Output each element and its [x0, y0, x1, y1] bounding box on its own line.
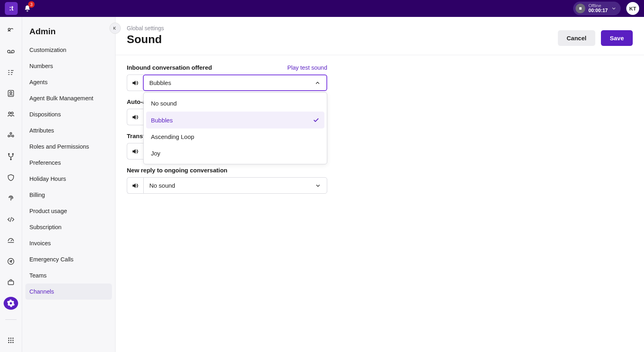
sidebar-item-invoices[interactable]: Invoices: [22, 235, 115, 251]
rail-icon-routing[interactable]: [4, 150, 18, 163]
sidebar-item-holiday[interactable]: Holiday Hours: [22, 171, 115, 187]
chevron-down-icon: [611, 6, 617, 11]
rail-icon-teams[interactable]: [4, 129, 18, 142]
collapse-sidebar-button[interactable]: [109, 23, 121, 34]
svg-point-17: [10, 338, 12, 339]
sidebar-item-agents[interactable]: Agents: [22, 74, 115, 90]
sidebar-item-product-usage[interactable]: Product usage: [22, 203, 115, 219]
rail-icon-users[interactable]: [4, 108, 18, 121]
sidebar-item-teams[interactable]: Teams: [22, 267, 115, 284]
breadcrumb: Global settings: [127, 25, 164, 31]
new-reply-sound-select[interactable]: No sound: [143, 177, 327, 194]
speaker-icon: [131, 113, 139, 121]
main-header: Global settings Sound Cancel Save: [116, 17, 644, 55]
svg-point-20: [10, 340, 12, 341]
svg-point-2: [8, 50, 10, 53]
option-label: Bubbles: [151, 117, 173, 124]
sidebar-item-agent-bulk[interactable]: Agent Bulk Management: [22, 90, 115, 106]
setting-new-reply: New reply to ongoing conversation No sou…: [127, 167, 327, 194]
rail-icon-settings[interactable]: [4, 297, 18, 310]
page-title: Sound: [127, 33, 164, 46]
rail-icon-shield[interactable]: [4, 171, 18, 184]
svg-point-6: [8, 112, 10, 114]
setting-inbound: Inbound conversation offered Play test s…: [127, 64, 327, 91]
play-test-sound-link[interactable]: Play test sound: [287, 64, 327, 71]
main: Global settings Sound Cancel Save Inboun…: [116, 17, 644, 352]
svg-point-8: [10, 133, 12, 134]
sidebar-item-numbers[interactable]: Numbers: [22, 58, 115, 74]
chevron-left-collapse-icon: [112, 25, 118, 31]
rail-icon-briefcase[interactable]: [4, 276, 18, 289]
chevron-up-icon: [314, 80, 321, 86]
rail-icon-conversations[interactable]: [4, 24, 18, 37]
rail-icon-fingerprint[interactable]: [4, 192, 18, 205]
sidebar-item-attributes[interactable]: Attributes: [22, 122, 115, 139]
svg-point-23: [10, 342, 12, 343]
svg-point-9: [8, 135, 10, 137]
sidebar: Admin Customization Numbers Agents Agent…: [22, 17, 116, 352]
dropdown-option-joy[interactable]: Joy: [146, 145, 324, 162]
sidebar-item-customization[interactable]: Customization: [22, 42, 115, 58]
dropdown-option-ascending-loop[interactable]: Ascending Loop: [146, 128, 324, 145]
svg-point-21: [12, 340, 14, 341]
save-button[interactable]: Save: [601, 30, 633, 46]
status-selector[interactable]: Offline 00:00:17: [573, 2, 621, 15]
sidebar-item-channels[interactable]: Channels: [25, 284, 112, 300]
sound-preview-button[interactable]: [127, 143, 143, 159]
select-value: No sound: [149, 182, 175, 189]
svg-point-18: [12, 338, 14, 339]
sound-preview-button[interactable]: [127, 177, 143, 194]
setting-label: Inbound conversation offered: [127, 64, 212, 71]
notification-badge: 3: [28, 1, 35, 8]
svg-point-10: [12, 135, 14, 137]
dropdown-option-bubbles[interactable]: Bubbles: [146, 112, 324, 128]
svg-point-22: [8, 342, 9, 343]
status-icon: [576, 4, 585, 13]
rail-icon-queue[interactable]: [4, 66, 18, 79]
notifications-button[interactable]: 3: [23, 4, 32, 13]
svg-rect-0: [579, 7, 582, 10]
chevron-down-icon: [315, 182, 321, 189]
header-actions: Cancel Save: [558, 30, 633, 46]
sound-preview-button[interactable]: [127, 75, 143, 91]
sidebar-item-emergency[interactable]: Emergency Calls: [22, 251, 115, 267]
speaker-icon: [131, 79, 139, 87]
icon-rail: [0, 17, 22, 352]
svg-point-5: [10, 92, 12, 94]
rail-divider: [5, 319, 17, 320]
app-logo[interactable]: :t: [5, 2, 18, 15]
rail-icon-compass[interactable]: [4, 255, 18, 268]
setting-label: Transf: [127, 133, 145, 139]
rail-icon-code[interactable]: [4, 213, 18, 226]
select-value: Bubbles: [149, 79, 171, 86]
sidebar-item-billing[interactable]: Billing: [22, 187, 115, 203]
inbound-sound-select[interactable]: Bubbles: [143, 75, 327, 91]
svg-point-3: [12, 50, 14, 53]
header-left: :t 3: [5, 2, 32, 15]
cancel-button[interactable]: Cancel: [558, 30, 595, 46]
rail-icon-apps[interactable]: [4, 338, 18, 352]
sidebar-item-roles[interactable]: Roles and Permissions: [22, 139, 115, 155]
svg-rect-4: [8, 91, 13, 97]
header-right: Offline 00:00:17 KT: [573, 2, 639, 15]
option-label: No sound: [151, 100, 177, 107]
top-header: :t 3 Offline 00:00:17 KT: [0, 0, 644, 17]
dropdown-option-no-sound[interactable]: No sound: [146, 95, 324, 112]
sound-preview-button[interactable]: [127, 109, 143, 125]
setting-label: New reply to ongoing conversation: [127, 167, 227, 174]
sidebar-item-dispositions[interactable]: Dispositions: [22, 106, 115, 122]
sidebar-item-subscription[interactable]: Subscription: [22, 219, 115, 235]
rail-icon-voicemail[interactable]: [4, 45, 18, 58]
avatar[interactable]: KT: [626, 2, 639, 15]
rail-icon-dashboard[interactable]: [4, 234, 18, 247]
check-icon: [312, 116, 320, 124]
rail-icon-contacts[interactable]: [4, 87, 18, 100]
sidebar-item-preferences[interactable]: Preferences: [22, 155, 115, 171]
speaker-icon: [131, 182, 139, 190]
svg-rect-15: [8, 281, 13, 285]
status-timer: 00:00:17: [588, 8, 608, 13]
option-label: Joy: [151, 150, 160, 157]
speaker-icon: [131, 147, 139, 155]
svg-point-19: [8, 340, 9, 341]
svg-point-14: [8, 258, 14, 264]
